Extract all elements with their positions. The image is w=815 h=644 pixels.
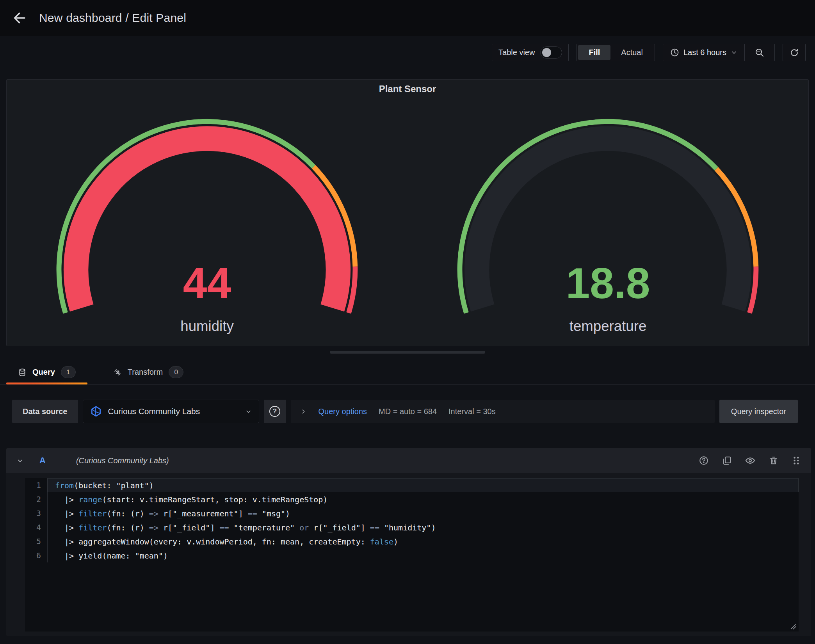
question-circle-icon xyxy=(699,455,709,466)
transform-count-badge: 0 xyxy=(169,366,183,378)
max-datapoints-stat: MD = auto = 684 xyxy=(379,407,437,416)
query-help-button[interactable] xyxy=(699,455,709,466)
gauge-value: 18.8 xyxy=(566,259,650,308)
tab-query[interactable]: Query 1 xyxy=(6,360,87,384)
delete-query-button[interactable] xyxy=(769,455,779,466)
query-inspector-button[interactable]: Query inspector xyxy=(719,400,798,423)
code-line[interactable]: 1from(bucket: "plant") xyxy=(25,478,799,492)
line-number: 2 xyxy=(25,492,48,506)
table-view-toggle[interactable] xyxy=(540,46,562,59)
code-line[interactable]: 2 |> range(start: v.timeRangeStart, stop… xyxy=(25,492,799,506)
clock-icon xyxy=(670,48,679,57)
pane-resize-handle[interactable] xyxy=(330,351,485,354)
tab-transform-label: Transform xyxy=(128,368,163,377)
query-actions xyxy=(699,455,801,466)
actual-option[interactable]: Actual xyxy=(610,45,653,60)
panel-preview: Plant Sensor 44humidity 18.8temperature xyxy=(6,79,809,346)
code-text: from(bucket: "plant") xyxy=(48,478,799,492)
code-line[interactable]: 4 |> filter(fn: (r) => r["_field"] == "t… xyxy=(25,520,799,534)
query-editor-body: 1from(bucket: "plant")2 |> range(start: … xyxy=(6,473,811,636)
top-bar: New dashboard / Edit Panel xyxy=(0,0,815,36)
chevron-right-icon xyxy=(300,408,307,415)
table-view-group: Table view xyxy=(492,44,569,61)
arrow-left-icon xyxy=(11,11,26,25)
flux-code-editor[interactable]: 1from(bucket: "plant")2 |> range(start: … xyxy=(25,478,799,632)
editor-tabs: Query 1 Transform 0 xyxy=(0,360,815,385)
zoom-out-button[interactable] xyxy=(745,44,774,61)
query-ref-id: A xyxy=(39,455,46,466)
line-number: 6 xyxy=(25,548,48,562)
duplicate-query-button[interactable] xyxy=(722,455,732,466)
trash-icon xyxy=(769,455,779,466)
page-title: New dashboard / Edit Panel xyxy=(39,11,186,25)
query-options-link[interactable]: Query options xyxy=(319,407,367,416)
toggle-visibility-button[interactable] xyxy=(745,455,756,466)
line-number: 3 xyxy=(25,506,48,520)
drag-query-handle[interactable] xyxy=(792,455,801,466)
query-row-header[interactable]: A (Curious Community Labs) xyxy=(6,448,811,473)
eye-icon xyxy=(745,455,756,466)
gauge-humidity: 44humidity xyxy=(7,98,408,346)
fill-actual-switch: Fill Actual xyxy=(577,44,655,61)
interval-stat: Interval = 30s xyxy=(448,407,496,416)
query-row-card: A (Curious Community Labs) xyxy=(6,448,811,636)
gauge-value: 44 xyxy=(183,259,231,308)
toggle-knob xyxy=(542,48,551,57)
code-line[interactable]: 3 |> filter(fn: (r) => r["_measurement"]… xyxy=(25,506,799,520)
query-count-badge: 1 xyxy=(61,366,76,378)
line-number: 5 xyxy=(25,534,48,548)
refresh-button[interactable] xyxy=(783,44,805,61)
line-number: 4 xyxy=(25,520,48,534)
chevron-down-icon xyxy=(731,49,737,56)
fill-option[interactable]: Fill xyxy=(578,45,610,60)
transform-icon xyxy=(113,368,122,377)
panel-toolbar: Table view Fill Actual Last 6 hours xyxy=(0,36,815,61)
code-text: |> filter(fn: (r) => r["_field"] == "tem… xyxy=(48,520,799,534)
grip-dots-icon xyxy=(792,455,801,466)
database-icon xyxy=(18,368,27,377)
datasource-label: Data source xyxy=(12,400,78,423)
collapse-chevron-icon[interactable] xyxy=(16,457,24,464)
query-options-bar: Query options MD = auto = 684 Interval =… xyxy=(291,400,715,423)
question-circle-icon: ? xyxy=(269,406,280,417)
gauge-field-label: humidity xyxy=(180,318,234,334)
chevron-down-icon xyxy=(245,408,252,415)
code-lines: 1from(bucket: "plant")2 |> range(start: … xyxy=(25,478,799,562)
line-number: 1 xyxy=(25,478,48,492)
copy-icon xyxy=(722,455,732,466)
tab-query-label: Query xyxy=(32,368,55,377)
panel-title: Plant Sensor xyxy=(7,80,808,98)
datasource-picker[interactable]: Curious Community Labs xyxy=(83,400,259,423)
datasource-value: Curious Community Labs xyxy=(108,407,200,416)
gauge-temperature: 18.8temperature xyxy=(408,98,808,346)
time-range-label: Last 6 hours xyxy=(683,48,726,57)
code-text: |> range(start: v.timeRangeStart, stop: … xyxy=(48,492,799,506)
gauge-row: 44humidity 18.8temperature xyxy=(7,98,808,346)
scroll-edge xyxy=(811,454,811,644)
refresh-group xyxy=(783,44,806,61)
gauge-field-label: temperature xyxy=(569,318,647,334)
refresh-icon xyxy=(790,48,799,57)
editor-resize-grip[interactable] xyxy=(789,623,796,630)
table-view-label: Table view xyxy=(498,48,535,57)
active-tab-underline xyxy=(6,382,87,384)
time-picker-group: Last 6 hours xyxy=(663,44,775,61)
code-line[interactable]: 6 |> yield(name: "mean") xyxy=(25,548,799,562)
influxdb-datasource-icon xyxy=(90,406,102,417)
code-line[interactable]: 5 |> aggregateWindow(every: v.windowPeri… xyxy=(25,534,799,548)
code-text: |> yield(name: "mean") xyxy=(48,548,799,562)
back-button[interactable] xyxy=(9,9,28,27)
code-text: |> filter(fn: (r) => r["_measurement"] =… xyxy=(48,506,799,520)
query-datasource-hint: (Curious Community Labs) xyxy=(76,456,169,465)
zoom-out-icon xyxy=(755,48,764,57)
datasource-help-button[interactable]: ? xyxy=(264,400,286,423)
tab-transform[interactable]: Transform 0 xyxy=(101,360,195,384)
time-range-picker[interactable]: Last 6 hours xyxy=(663,44,744,61)
datasource-row: Data source Curious Community Labs ? Que… xyxy=(12,400,798,423)
code-text: |> aggregateWindow(every: v.windowPeriod… xyxy=(48,534,799,548)
